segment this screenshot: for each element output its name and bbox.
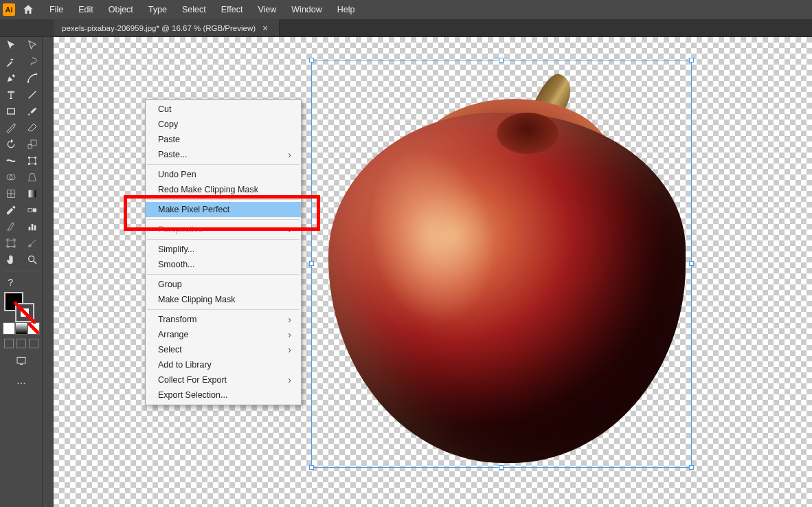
ctx-item-arrange[interactable]: Arrange xyxy=(146,327,301,342)
tool-hand[interactable] xyxy=(0,251,21,268)
document-tab-title: pexels-pixabay-206959.jpg* @ 16.67 % (RG… xyxy=(62,24,256,32)
color-mode-solid[interactable] xyxy=(3,322,15,335)
ctx-item-smooth[interactable]: Smooth... xyxy=(146,257,301,272)
menu-select[interactable]: Select xyxy=(175,2,213,17)
ctx-item-transform[interactable]: Transform xyxy=(146,312,301,327)
stroke-swatch[interactable] xyxy=(15,303,34,322)
context-menu: CutCopyPastePaste...Undo PenRedo Make Cl… xyxy=(145,99,302,405)
tool-help[interactable]: ? xyxy=(0,274,21,291)
draw-inside[interactable] xyxy=(29,339,38,348)
handle-nw[interactable] xyxy=(309,58,314,63)
edit-toolbar-more[interactable]: ... xyxy=(0,370,43,391)
handle-e[interactable] xyxy=(689,261,694,266)
ctx-item-label: Select xyxy=(158,345,182,354)
ctx-item-label: Paste xyxy=(158,135,180,144)
color-mode-gradient[interactable] xyxy=(15,322,27,335)
tool-curvature[interactable] xyxy=(21,70,43,87)
close-icon[interactable]: × xyxy=(262,24,271,32)
ctx-item-label: Smooth... xyxy=(158,260,195,269)
tool-slice[interactable] xyxy=(21,235,43,251)
ctx-item-undo-pen[interactable]: Undo Pen xyxy=(146,167,301,182)
ctx-item-collect-for-export[interactable]: Collect For Export xyxy=(146,372,301,387)
ctx-item-paste[interactable]: Paste... xyxy=(146,147,301,162)
menu-effect[interactable]: Effect xyxy=(214,2,250,17)
canvas-area: CutCopyPastePaste...Undo PenRedo Make Cl… xyxy=(43,37,812,507)
ctx-item-cut[interactable]: Cut xyxy=(146,102,301,117)
svg-point-20 xyxy=(28,256,34,262)
tool-line[interactable] xyxy=(21,87,43,103)
ctx-item-group[interactable]: Group xyxy=(146,277,301,292)
handle-s[interactable] xyxy=(499,465,504,470)
ctx-item-add-to-library[interactable]: Add to Library xyxy=(146,357,301,372)
handle-n[interactable] xyxy=(499,58,504,63)
tool-shaper[interactable] xyxy=(0,120,21,136)
tool-free-transform[interactable] xyxy=(21,153,43,169)
color-mode-none[interactable] xyxy=(27,322,40,335)
tool-scale[interactable] xyxy=(21,136,43,153)
screen-mode-button[interactable] xyxy=(0,351,43,370)
svg-rect-9 xyxy=(34,163,36,165)
svg-rect-16 xyxy=(28,227,30,230)
handle-se[interactable] xyxy=(689,465,694,470)
tool-mesh[interactable] xyxy=(0,185,21,202)
tool-paintbrush[interactable] xyxy=(21,103,43,120)
svg-rect-17 xyxy=(31,224,33,230)
handle-ne[interactable] xyxy=(689,58,694,63)
tool-blend[interactable] xyxy=(21,202,43,218)
handle-sw[interactable] xyxy=(309,465,314,470)
ctx-item-paste[interactable]: Paste xyxy=(146,132,301,147)
tool-gradient[interactable] xyxy=(21,185,43,202)
menu-edit[interactable]: Edit xyxy=(71,2,100,17)
tool-panel: ? ... xyxy=(0,37,43,507)
tool-pen[interactable] xyxy=(0,70,21,87)
tool-lasso[interactable] xyxy=(21,54,43,70)
draw-normal[interactable] xyxy=(4,339,14,348)
menu-object[interactable]: Object xyxy=(102,2,140,17)
tool-eyedropper[interactable] xyxy=(0,202,21,218)
tool-direct-selection[interactable] xyxy=(21,37,43,54)
draw-behind[interactable] xyxy=(16,339,26,348)
tool-type[interactable] xyxy=(0,87,21,103)
handle-w[interactable] xyxy=(309,261,314,266)
svg-rect-14 xyxy=(28,208,32,212)
ctx-item-export-selection[interactable]: Export Selection... xyxy=(146,387,301,403)
menu-window[interactable]: Window xyxy=(284,2,328,17)
menu-view[interactable]: View xyxy=(251,2,283,17)
tool-rectangle[interactable] xyxy=(0,103,21,120)
ctx-item-make-pixel-perfect[interactable]: Make Pixel Perfect xyxy=(146,202,301,217)
tool-shape-builder[interactable] xyxy=(0,169,21,185)
menu-file[interactable]: File xyxy=(43,2,70,17)
edit-toolbar[interactable] xyxy=(21,274,43,291)
ctx-item-label: Undo Pen xyxy=(158,170,196,179)
tool-zoom[interactable] xyxy=(21,251,43,268)
menu-type[interactable]: Type xyxy=(142,2,174,17)
tool-symbol-sprayer[interactable] xyxy=(0,218,21,235)
document-tab[interactable]: pexels-pixabay-206959.jpg* @ 16.67 % (RG… xyxy=(54,19,280,36)
tool-rotate[interactable] xyxy=(0,136,21,153)
ctx-separator xyxy=(147,164,300,165)
ctx-item-label: Redo Make Clipping Mask xyxy=(158,185,258,194)
screen-mode-row xyxy=(0,336,43,351)
ctx-item-copy[interactable]: Copy xyxy=(146,117,301,132)
tool-artboard[interactable] xyxy=(0,235,21,251)
home-icon[interactable] xyxy=(22,3,34,16)
ctx-item-select[interactable]: Select xyxy=(146,342,301,357)
tool-column-graph[interactable] xyxy=(21,218,43,235)
artboard[interactable]: CutCopyPastePaste...Undo PenRedo Make Cl… xyxy=(54,37,812,507)
document-tab-bar: pexels-pixabay-206959.jpg* @ 16.67 % (RG… xyxy=(0,19,812,37)
ctx-item-simplify[interactable]: Simplify... xyxy=(146,242,301,257)
svg-rect-8 xyxy=(28,163,30,165)
ctx-item-label: Make Pixel Perfect xyxy=(158,205,229,214)
tool-perspective[interactable] xyxy=(21,169,43,185)
fill-stroke-control[interactable] xyxy=(0,291,43,321)
selection-bounding-box[interactable] xyxy=(311,60,692,468)
tool-width[interactable] xyxy=(0,153,21,169)
ctx-item-redo-make-clipping-mask[interactable]: Redo Make Clipping Mask xyxy=(146,182,301,197)
ctx-item-make-clipping-mask[interactable]: Make Clipping Mask xyxy=(146,292,301,307)
tool-magic-wand[interactable] xyxy=(0,54,21,70)
ctx-item-label: Add to Library xyxy=(158,360,212,370)
tool-selection[interactable] xyxy=(0,37,21,54)
svg-rect-6 xyxy=(28,157,30,159)
menu-help[interactable]: Help xyxy=(330,2,362,17)
tool-eraser[interactable] xyxy=(21,120,43,136)
